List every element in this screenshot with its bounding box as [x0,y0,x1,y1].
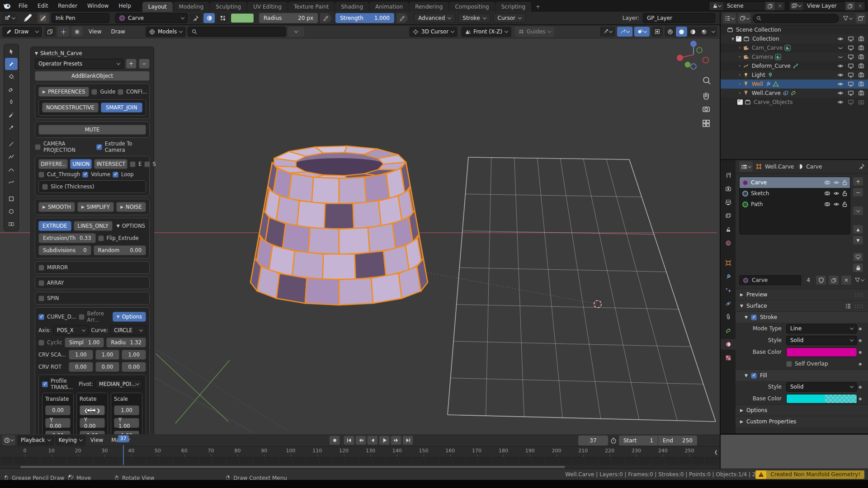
self-overlap-checkbox[interactable]: Self Overlap [786,361,857,367]
active-tool-button[interactable] [2,13,17,23]
disable-render-toggle[interactable] [858,81,864,87]
outliner-row-camera[interactable]: ‣Camera [721,52,868,61]
fill-base-color-swatch[interactable] [786,394,857,404]
properties-tab-tool[interactable] [721,170,736,181]
simplify-button[interactable]: ▶SIMPLIFY [77,202,114,212]
view-layer-remove-button[interactable]: × [855,2,865,10]
timeline-track[interactable] [0,457,720,465]
play-button[interactable] [379,436,390,445]
layer-selector[interactable]: GP_Layer [643,13,715,23]
profile-transform-checkbox[interactable]: Profile TRANS... [42,378,76,390]
mirror-checkbox[interactable]: MIRROR [38,264,146,271]
cursor-popover[interactable]: Cursor [493,13,526,23]
stroke-base-color-swatch[interactable] [786,347,857,357]
slot-screen-toggle[interactable] [853,252,863,262]
workspace-tab-compositing[interactable]: Compositing [449,2,495,12]
extrude-to-camera-checkbox[interactable]: Extrude To Camera [96,141,150,153]
timeline-editor-type-dropdown[interactable] [2,435,15,446]
disable-viewport-toggle[interactable] [848,54,854,60]
mute-button[interactable]: MUTE [38,125,146,135]
smart-join-button[interactable]: SMART_JOIN [101,103,142,113]
crv-rot-x[interactable]: 0.00 [69,362,93,372]
properties-tab-data[interactable] [721,325,736,336]
crv-scale-z[interactable]: 1.00 [122,350,146,360]
workspace-tab-modeling[interactable]: Modeling [173,2,210,12]
mode-selector[interactable]: Draw [2,27,42,37]
hide-toggle[interactable] [837,81,844,87]
workspace-tab-layout[interactable]: Layout [142,2,173,12]
shading-rendered-button[interactable] [698,27,710,37]
indirect-only-icon[interactable] [824,202,830,207]
crv-scale-x[interactable]: 1.00 [69,350,93,360]
outliner-row-well[interactable]: ‣Well [721,80,868,89]
animate-dot[interactable]: ● [857,385,863,389]
gizmos-toggle[interactable] [617,27,632,37]
xray-toggle[interactable] [651,27,663,37]
multiframe-toggle[interactable] [44,27,56,37]
disable-render-toggle[interactable] [858,72,864,78]
animate-dot[interactable]: ● [857,397,863,401]
lock-toggle[interactable] [842,180,847,185]
stroke-style-dropdown[interactable]: Solid [786,336,857,345]
shading-material-button[interactable] [687,27,698,37]
outliner-row-collection[interactable]: ▼Collection [721,34,868,43]
union-button[interactable]: UNION [70,159,92,169]
rotate-x-slider[interactable]: ❮ 00 ❯ [80,405,105,415]
outliner-funnel-dropdown[interactable] [841,13,854,23]
properties-tab-object[interactable] [721,258,736,268]
scene-unlink-button[interactable]: × [775,2,785,10]
nondestructive-button[interactable]: NONDESTRUCTIVE [42,103,99,113]
translate-x-slider[interactable]: 0.00 [45,405,71,415]
shading-wireframe-button[interactable] [665,27,676,37]
hide-toggle[interactable] [833,179,840,186]
workspace-tab-rendering[interactable]: Rendering [409,2,448,12]
new-collection-button[interactable] [856,13,866,23]
disable-viewport-toggle[interactable] [848,90,854,96]
cut-through-checkbox[interactable]: Cut_Through [38,171,80,178]
add-workspace-button[interactable]: + [532,2,544,12]
guide-checkbox[interactable]: Guide [91,89,115,95]
warning-badge[interactable]: Created Non Manifold Geometry! [755,470,864,479]
interpolate-tool[interactable] [5,218,18,230]
hide-toggle[interactable] [833,201,840,207]
erase-tool[interactable] [5,83,18,95]
overlays-toggle[interactable] [634,27,650,37]
properties-tab-render[interactable] [721,183,736,194]
hide-toggle[interactable] [837,90,844,96]
asset-expand-button[interactable] [288,27,304,37]
noise-button[interactable]: ▶NOISE [116,202,146,212]
select-tool[interactable] [5,45,18,57]
guides-selector[interactable]: Guides [515,27,555,37]
disable-viewport-toggle[interactable] [848,45,854,51]
disable-viewport-toggle[interactable] [848,36,854,42]
outliner-row-scene-collection[interactable]: Scene Collection [721,25,868,34]
properties-tab-viewlayer[interactable] [721,211,736,221]
material-selector[interactable]: Carve [115,13,188,23]
view-menu[interactable]: View [85,28,105,35]
indirect-only-icon[interactable] [824,191,830,196]
strength-pressure-toggle[interactable] [396,13,408,23]
brush-pencil-icon[interactable] [22,13,33,23]
extrude-button[interactable]: EXTRUDE [38,221,71,231]
disable-viewport-toggle[interactable] [848,81,854,87]
panel-collapse-icon[interactable]: ▼ [35,51,38,56]
mode-type-dropdown[interactable]: Line [786,324,857,333]
next-keyframe-button[interactable] [391,436,401,445]
line-tool[interactable] [5,138,18,150]
advanced-popover[interactable]: Advanced [414,13,455,23]
indirect-only-icon[interactable] [824,180,830,185]
view-layer-name[interactable]: View Layer [803,3,845,9]
outliner-row-cam_carve[interactable]: ‣Cam_Carve [721,43,868,52]
curve-options-button[interactable]: ▼Options [113,312,146,322]
playhead-line[interactable] [123,445,124,465]
workspace-tab-shading[interactable]: Shading [335,2,369,12]
array-checkbox[interactable]: ARRAY [38,280,146,286]
brush-preview[interactable] [38,13,49,23]
properties-tab-scene[interactable] [721,224,736,235]
pin-material-toggle[interactable] [190,13,201,23]
list-icon[interactable] [845,304,851,309]
region-collapse-icon[interactable]: ❮ [714,450,718,455]
jump-to-start-button[interactable] [344,436,354,445]
extrusion-slider[interactable]: Extrusion/Th0.33 [38,233,96,243]
jump-to-end-button[interactable] [402,436,413,445]
